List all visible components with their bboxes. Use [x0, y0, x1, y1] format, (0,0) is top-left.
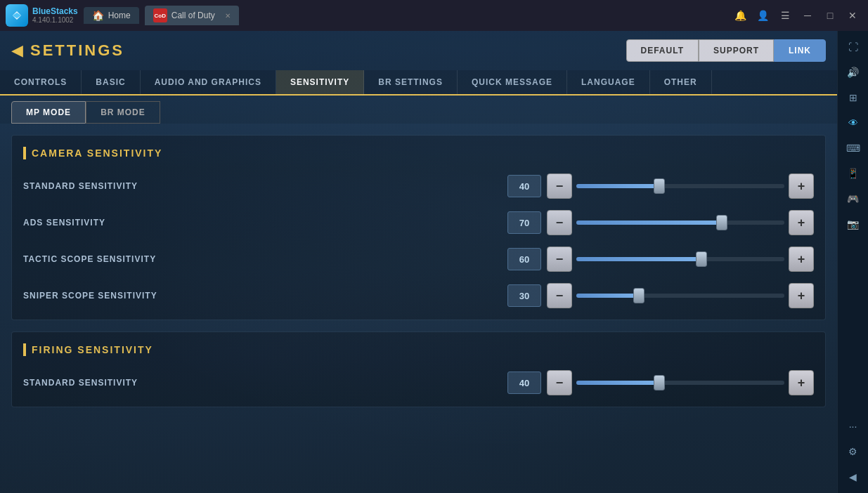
standard-sensitivity-thumb[interactable]: [654, 178, 665, 194]
ads-sensitivity-label: ADS SENSITIVITY: [23, 218, 199, 228]
camera-sensitivity-section: CAMERA SENSITIVITY STANDARD SENSITIVITY …: [11, 135, 826, 320]
phone-icon[interactable]: 📱: [843, 163, 864, 184]
bluestacks-logo: BlueStacks 4.140.1.1002: [6, 4, 78, 27]
settings-title-area: ◀ SETTINGS: [11, 41, 124, 60]
tab-quick-message[interactable]: QUICK MESSAGE: [458, 70, 567, 94]
sniper-scope-sensitivity-plus[interactable]: +: [789, 283, 814, 308]
back-icon[interactable]: ◀: [843, 466, 864, 487]
camera-sensitivity-title: CAMERA SENSITIVITY: [23, 147, 814, 159]
firing-standard-sensitivity-controls: 40 − +: [210, 370, 814, 395]
firing-section-title-bar: [23, 343, 26, 356]
notification-button[interactable]: 🔔: [730, 6, 750, 25]
sub-tab-br-mode[interactable]: BR MODE: [86, 101, 160, 124]
camera-icon[interactable]: 📷: [843, 213, 864, 235]
tactic-scope-sensitivity-thumb[interactable]: [696, 251, 707, 267]
tab-other[interactable]: OTHER: [650, 70, 712, 94]
main-container: ◀ SETTINGS DEFAULT SUPPORT LINK CONTROLS…: [0, 31, 868, 493]
bs-icon: [6, 4, 28, 27]
standard-sensitivity-track[interactable]: [576, 184, 784, 188]
ads-sensitivity-minus[interactable]: −: [547, 210, 572, 235]
menu-button[interactable]: ☰: [775, 6, 795, 25]
sniper-scope-sensitivity-controls: 30 − +: [210, 283, 814, 308]
maximize-button[interactable]: □: [820, 6, 840, 25]
ads-sensitivity-thumb[interactable]: [716, 215, 727, 230]
cod-tab-label: Call of Duty: [171, 11, 215, 20]
settings-icon[interactable]: ⚙: [843, 441, 864, 462]
tactic-scope-sensitivity-slider: − +: [547, 246, 814, 272]
sniper-scope-sensitivity-thumb[interactable]: [633, 288, 644, 303]
link-button[interactable]: LINK: [774, 39, 826, 62]
svg-marker-1: [13, 13, 21, 18]
volume-icon[interactable]: 🔊: [843, 62, 864, 83]
firing-standard-sensitivity-slider: − +: [547, 370, 814, 395]
tactic-scope-sensitivity-minus[interactable]: −: [547, 246, 572, 272]
gamepad-icon[interactable]: 🎮: [843, 188, 864, 209]
tab-language[interactable]: LANGUAGE: [567, 70, 650, 94]
sniper-scope-sensitivity-track[interactable]: [576, 294, 784, 298]
tactic-scope-sensitivity-row: TACTIC SCOPE SENSITIVITY 60 − +: [23, 246, 814, 272]
bs-version: 4.140.1.1002: [32, 16, 78, 25]
standard-sensitivity-plus[interactable]: +: [789, 173, 814, 199]
camera-sensitivity-label: CAMERA SENSITIVITY: [32, 147, 162, 159]
sniper-scope-sensitivity-label: SNIPER SCOPE SENSITIVITY: [23, 291, 199, 301]
content-area: ◀ SETTINGS DEFAULT SUPPORT LINK CONTROLS…: [0, 31, 837, 493]
settings-content: CAMERA SENSITIVITY STANDARD SENSITIVITY …: [0, 124, 837, 473]
firing-standard-sensitivity-label: STANDARD SENSITIVITY: [23, 378, 199, 388]
titlebar: BlueStacks 4.140.1.1002 🏠 Home CoD Call …: [0, 0, 868, 31]
firing-standard-sensitivity-track[interactable]: [576, 381, 784, 385]
more-icon[interactable]: ···: [843, 416, 864, 437]
cod-icon: CoD: [153, 8, 167, 22]
fullscreen-icon[interactable]: ⊞: [843, 87, 864, 108]
sub-tab-mp-mode[interactable]: MP MODE: [11, 101, 86, 124]
settings-header: ◀ SETTINGS DEFAULT SUPPORT LINK: [0, 31, 837, 70]
firing-standard-sensitivity-thumb[interactable]: [654, 375, 665, 390]
firing-sensitivity-section: FIRING SENSITIVITY STANDARD SENSITIVITY …: [11, 331, 826, 407]
sniper-scope-sensitivity-slider: − +: [547, 283, 814, 308]
header-buttons: DEFAULT SUPPORT LINK: [626, 39, 826, 62]
expand-icon[interactable]: ⛶: [843, 37, 864, 58]
account-button[interactable]: 👤: [753, 6, 772, 25]
standard-sensitivity-fill: [576, 184, 659, 188]
tactic-scope-sensitivity-plus[interactable]: +: [789, 246, 814, 272]
tactic-scope-sensitivity-fill: [576, 257, 701, 261]
firing-standard-sensitivity-minus[interactable]: −: [547, 370, 572, 395]
main-tabs: CONTROLS BASIC AUDIO AND GRAPHICS SENSIT…: [0, 70, 837, 96]
standard-sensitivity-controls: 40 − +: [210, 173, 814, 199]
standard-sensitivity-row: STANDARD SENSITIVITY 40 − +: [23, 173, 814, 199]
back-arrow[interactable]: ◀: [11, 41, 23, 60]
ads-sensitivity-track[interactable]: [576, 221, 784, 225]
bs-name: BlueStacks: [32, 6, 78, 16]
firing-standard-sensitivity-plus[interactable]: +: [789, 370, 814, 395]
standard-sensitivity-label: STANDARD SENSITIVITY: [23, 181, 199, 191]
ads-sensitivity-row: ADS SENSITIVITY 70 − +: [23, 210, 814, 235]
settings-title: SETTINGS: [30, 41, 124, 60]
tactic-scope-sensitivity-label: TACTIC SCOPE SENSITIVITY: [23, 254, 199, 264]
titlebar-controls: 🔔 👤 ☰ ─ □ ✕: [730, 6, 862, 25]
tab-audio-graphics[interactable]: AUDIO AND GRAPHICS: [141, 70, 276, 94]
minimize-button[interactable]: ─: [798, 6, 817, 25]
cod-tab[interactable]: CoD Call of Duty ✕: [145, 6, 239, 25]
tab-sensitivity[interactable]: SENSITIVITY: [276, 70, 364, 96]
tab-br-settings[interactable]: BR SETTINGS: [364, 70, 458, 94]
display-icon[interactable]: 👁: [843, 112, 864, 133]
sniper-scope-sensitivity-value: 30: [507, 284, 541, 307]
tab-basic[interactable]: BASIC: [82, 70, 140, 94]
firing-standard-sensitivity-value: 40: [507, 372, 541, 394]
default-button[interactable]: DEFAULT: [626, 39, 699, 62]
tab-controls[interactable]: CONTROLS: [0, 70, 82, 94]
keyboard-icon[interactable]: ⌨: [843, 138, 864, 159]
standard-sensitivity-minus[interactable]: −: [547, 173, 572, 199]
sniper-scope-sensitivity-minus[interactable]: −: [547, 283, 572, 308]
home-tab[interactable]: 🏠 Home: [84, 7, 139, 24]
ads-sensitivity-controls: 70 − +: [210, 210, 814, 235]
close-button[interactable]: ✕: [843, 6, 862, 25]
section-title-bar: [23, 147, 26, 159]
tactic-scope-sensitivity-track[interactable]: [576, 257, 784, 261]
ads-sensitivity-plus[interactable]: +: [789, 210, 814, 235]
tactic-scope-sensitivity-value: 60: [507, 248, 541, 270]
ads-sensitivity-value: 70: [507, 211, 541, 234]
standard-sensitivity-value: 40: [507, 175, 541, 197]
support-button[interactable]: SUPPORT: [699, 39, 774, 62]
cod-tab-close[interactable]: ✕: [225, 12, 231, 20]
tactic-scope-sensitivity-controls: 60 − +: [210, 246, 814, 272]
